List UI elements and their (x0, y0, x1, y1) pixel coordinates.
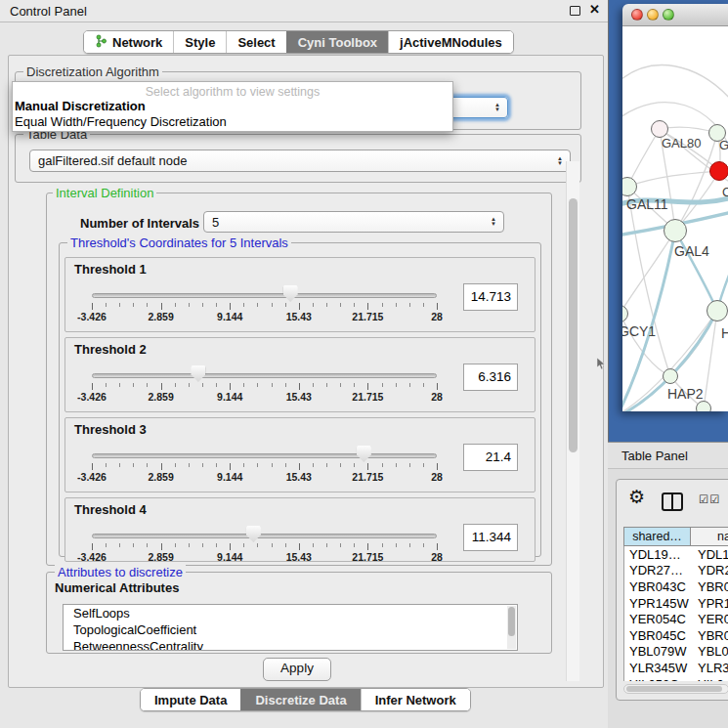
table-body[interactable]: YDL19… YDL1 YDR27… YDR2 YBR043C YBR0 YPR… (623, 546, 728, 681)
tab-label: jActiveMNodules (400, 35, 502, 50)
table-row[interactable]: YIL052C YIL0 (624, 676, 728, 681)
list-item[interactable]: TopologicalCoefficient (64, 621, 517, 638)
slider-track[interactable] (92, 293, 437, 298)
threshold-slider[interactable]: -3.4262.8599.14415.4321.71528 (92, 364, 437, 401)
network-node-label: GAL11 (626, 196, 668, 212)
threshold-value-field[interactable]: 14.713 (463, 283, 518, 311)
cell-name: YBR0 (692, 579, 728, 594)
popup-hint: Select algorithm to view settings (13, 85, 452, 99)
column-header-shared[interactable]: shared… (623, 527, 691, 546)
tab-jactivemnodules[interactable]: jActiveMNodules (388, 31, 513, 53)
tab-select[interactable]: Select (226, 31, 285, 53)
threshold-value-field[interactable]: 21.4 (463, 444, 518, 471)
cell-name: YDR2 (692, 563, 728, 578)
slider-thumb[interactable] (246, 526, 261, 542)
list-item[interactable]: BetweennessCentrality (64, 638, 517, 651)
table-row[interactable]: YBL079W YBL0 (624, 644, 728, 661)
tab-label: Style (185, 35, 215, 50)
slider-tick-labels: -3.4262.8599.14415.4321.71528 (92, 311, 437, 322)
table-row[interactable]: YBR045C YBR0 (624, 627, 728, 644)
scrollbar-thumb[interactable] (626, 686, 722, 692)
table-data-combobox[interactable]: galFiltered.sif default node ▲▼ (29, 150, 571, 172)
slider-ticks (92, 302, 437, 310)
network-node[interactable] (696, 401, 711, 411)
float-window-icon[interactable] (570, 6, 580, 16)
threshold-slider[interactable]: -3.4262.8599.14415.4321.71528 (92, 284, 437, 321)
table-row[interactable]: YDL19… YDL1 (624, 546, 728, 563)
table-data-value: galFiltered.sif default node (38, 153, 187, 168)
column-header-name[interactable]: na (690, 527, 728, 546)
table-panel: ⚙ ☑☑ shared… na YDL19… YDL1 YDR27… YDR2 … (616, 479, 728, 701)
panel-scrollbar[interactable] (566, 161, 579, 681)
apply-button[interactable]: Apply (263, 658, 331, 681)
popup-option-equal-width[interactable]: Equal Width/Frequency Discretization (15, 114, 227, 129)
network-node-label: GCY1 (622, 323, 656, 339)
tab-style[interactable]: Style (173, 31, 226, 53)
tab-infer-network[interactable]: Infer Network (361, 689, 470, 710)
threshold-slider[interactable]: -3.4262.8599.14415.4321.71528 (92, 445, 437, 481)
interval-definition-group: Interval Definition Number of Intervals … (46, 193, 552, 566)
tab-network[interactable]: Network (84, 31, 173, 53)
slider-track[interactable] (92, 373, 437, 378)
cell-shared-name: YBL079W (624, 644, 692, 659)
network-window-titlebar (622, 4, 728, 26)
cell-name: YBL0 (692, 644, 728, 659)
threshold-label: Threshold 2 (74, 342, 147, 357)
threshold-value-field[interactable]: 11.344 (463, 524, 518, 551)
select-columns-checkbox-icons[interactable]: ☑☑ (699, 492, 721, 506)
network-node[interactable] (709, 161, 728, 181)
network-node[interactable] (707, 300, 728, 321)
tab-impute-data[interactable]: Impute Data (141, 689, 240, 710)
threshold-value-field[interactable]: 6.316 (463, 364, 518, 391)
threshold-slider[interactable]: -3.4262.8599.14415.4321.71528 (92, 525, 437, 561)
table-row[interactable]: YBR043C YBR0 (624, 578, 728, 595)
table-row[interactable]: YDR27… YDR2 (624, 563, 728, 579)
cell-name: YBR0 (692, 628, 728, 643)
slider-thumb[interactable] (357, 446, 371, 462)
group-title: Interval Definition (53, 186, 156, 200)
network-node[interactable] (664, 219, 687, 242)
slider-thumb[interactable] (191, 365, 205, 382)
scrollbar-thumb[interactable] (569, 198, 578, 452)
zoom-traffic-light[interactable] (663, 9, 674, 21)
cell-shared-name: YBR043C (624, 579, 692, 594)
bottom-tab-bar: Impute Data Discretize Data Infer Networ… (140, 688, 471, 711)
threshold-row: Threshold 1 -3.4262.8599.14415.4321.7152… (64, 257, 535, 332)
tab-label: Network (112, 35, 162, 50)
slider-tick-labels: -3.4262.8599.14415.4321.71528 (92, 551, 437, 563)
gear-icon[interactable]: ⚙ (628, 486, 645, 508)
table-row[interactable]: YLR345W YLR3 (624, 660, 728, 676)
top-tab-bar: Network Style Select Cyni Toolbox jActiv… (83, 30, 514, 54)
network-canvas[interactable]: GAL80GACGAL11GAL4GCY1HHAP2 (622, 26, 728, 411)
table-row[interactable]: YER054C YER0 (624, 611, 728, 627)
slider-tick-labels: -3.4262.8599.14415.4321.71528 (92, 391, 437, 403)
minimize-traffic-light[interactable] (647, 9, 659, 21)
close-icon[interactable]: ✕ (589, 2, 600, 17)
attributes-group: Attributes to discretize Numerical Attri… (46, 572, 552, 654)
slider-track[interactable] (92, 534, 437, 538)
slider-track[interactable] (92, 453, 437, 458)
combo-stepper-icon: ▲▼ (557, 156, 563, 166)
number-of-intervals-combobox[interactable]: 5 ▲▼ (203, 211, 504, 233)
table-row[interactable]: YPR145W YPR1 (624, 595, 728, 612)
network-node[interactable] (663, 368, 678, 384)
network-node-label: HAP2 (667, 386, 704, 402)
cell-name: YPR1 (692, 596, 728, 611)
network-node-label: GAL80 (662, 136, 701, 150)
tab-discretize-data[interactable]: Discretize Data (240, 689, 360, 710)
list-scrollbar[interactable] (507, 606, 516, 649)
threshold-coordinates-group: Threshold's Coordinates for 5 Intervals … (59, 242, 541, 557)
tab-label: Impute Data (154, 693, 227, 707)
popup-option-manual[interactable]: Manual Discretization (15, 99, 146, 113)
columns-icon[interactable] (662, 492, 683, 511)
close-traffic-light[interactable] (631, 9, 643, 21)
threshold-row: Threshold 2 -3.4262.8599.14415.4321.7152… (64, 337, 535, 412)
number-of-intervals-value: 5 (212, 215, 219, 230)
slider-thumb[interactable] (283, 285, 298, 302)
tab-cyni-toolbox[interactable]: Cyni Toolbox (286, 31, 388, 53)
network-node-label: C (722, 185, 728, 199)
threshold-row: Threshold 4 -3.4262.8599.14415.4321.7152… (64, 497, 535, 562)
table-horizontal-scrollbar[interactable] (623, 684, 728, 694)
numerical-attributes-list[interactable]: SelfLoopsTopologicalCoefficientBetweenne… (63, 604, 518, 651)
list-item[interactable]: SelfLoops (64, 605, 517, 621)
